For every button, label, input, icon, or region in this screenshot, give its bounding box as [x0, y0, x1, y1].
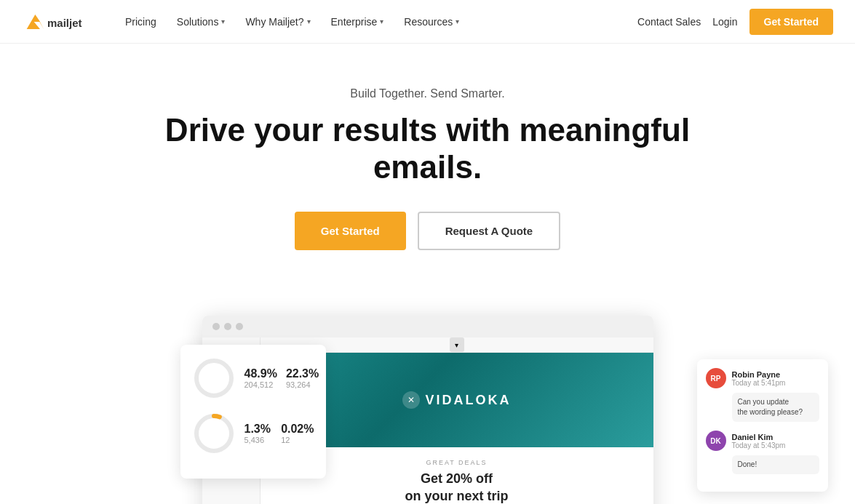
avatar-robin: RP [706, 368, 726, 388]
unsub-rate-count: 5,436 [244, 436, 273, 444]
chat-message-1: RP Robin Payne Today at 5:41pm Can you u… [706, 368, 819, 422]
nav-why-mailjet[interactable]: Why Mailjet? ▾ [236, 10, 319, 33]
nav-resources[interactable]: Resources ▾ [395, 10, 468, 33]
request-quote-button[interactable]: Request A Quote [418, 212, 561, 250]
deals-label: GREAT DEALS [272, 459, 642, 466]
svg-marker-0 [27, 15, 40, 29]
get-started-button[interactable]: Get Started [295, 212, 406, 250]
stat-row-open: 48.9% 204,512 22.3% 93,264 [192, 356, 314, 400]
chat-header-1: RP Robin Payne Today at 5:41pm [706, 368, 819, 388]
nav-enterprise[interactable]: Enterprise ▾ [322, 10, 393, 33]
nav-solutions[interactable]: Solutions ▾ [168, 10, 234, 33]
resources-chevron-icon: ▾ [456, 17, 459, 25]
open-rate-info: 48.9% 204,512 [244, 367, 277, 389]
get-started-nav-button[interactable]: Get Started [749, 9, 833, 35]
svg-text:mailjet: mailjet [47, 16, 82, 28]
chat-header-2: DK Daniel Kim Today at 5:43pm [706, 431, 819, 451]
stat-row-unsub: 1.3% 5,436 0.02% 12 [192, 412, 314, 455]
hero-buttons: Get Started Request A Quote [15, 212, 840, 250]
chat-user2-time: Today at 5:43pm [732, 441, 786, 449]
chat-user1-time: Today at 5:41pm [732, 379, 786, 387]
unsub-rate-percent: 1.3% [244, 423, 273, 436]
chat-user2-name: Daniel Kim [732, 433, 786, 441]
deals-title: Get 20% off on your next trip [272, 471, 642, 504]
window-titlebar [202, 316, 653, 337]
unsub-rate-info: 1.3% 5,436 [244, 423, 273, 444]
solutions-chevron-icon: ▾ [221, 17, 225, 25]
chat-bubble-2: Done! [732, 455, 819, 474]
svg-point-5 [196, 416, 231, 451]
window-dot-3 [236, 323, 243, 330]
chat-user1-name: Robin Payne [732, 370, 786, 379]
click-rate-info: 22.3% 93,264 [286, 367, 319, 389]
vidaloka-brand-name: VIDALOKA [426, 393, 512, 408]
chat-user2-info: Daniel Kim Today at 5:43pm [732, 433, 786, 449]
contact-sales-link[interactable]: Contact Sales [637, 16, 701, 28]
avatar-daniel: DK [706, 431, 726, 451]
nav-pricing[interactable]: Pricing [116, 10, 165, 33]
nav-right: Contact Sales Login Get Started [637, 9, 833, 35]
navbar: mailjet Pricing Solutions ▾ Why Mailjet?… [0, 0, 855, 44]
chat-widget: RP Robin Payne Today at 5:41pm Can you u… [697, 359, 828, 492]
bounce-rate-info: 0.02% 12 [281, 423, 314, 444]
vidaloka-icon: ✕ [402, 391, 420, 409]
hero-title: Drive your results with meaningful email… [155, 112, 701, 185]
open-rate-count: 204,512 [244, 380, 277, 389]
window-dot-1 [212, 323, 220, 330]
enterprise-chevron-icon: ▾ [380, 17, 383, 25]
vidaloka-logo: ✕ VIDALOKA [402, 391, 512, 409]
svg-point-3 [196, 361, 231, 396]
click-rate-percent: 22.3% [286, 367, 319, 380]
chat-bubble-1: Can you update the wording please? [732, 393, 819, 422]
hero-tagline: Build Together. Send Smarter. [15, 87, 840, 100]
bounce-rate-count: 12 [281, 436, 314, 444]
logo[interactable]: mailjet [22, 9, 95, 35]
nav-links: Pricing Solutions ▾ Why Mailjet? ▾ Enter… [116, 10, 637, 33]
chat-message-2: DK Daniel Kim Today at 5:43pm Done! [706, 431, 819, 474]
canvas-tool-icon[interactable]: ▾ [450, 337, 464, 352]
open-rate-chart [192, 356, 236, 400]
click-rate-count: 93,264 [286, 380, 319, 389]
bounce-rate-percent: 0.02% [281, 423, 314, 436]
unsub-rate-chart [192, 412, 236, 455]
why-mailjet-chevron-icon: ▾ [307, 17, 311, 25]
open-rate-percent: 48.9% [244, 367, 277, 380]
chat-user1-info: Robin Payne Today at 5:41pm [732, 370, 786, 387]
preview-area: ▾ □ ⊞ ⊟ ⊠ A 🖼 ⊡ ⬜ </> [0, 316, 855, 504]
window-dot-2 [224, 323, 231, 330]
stats-widget: 48.9% 204,512 22.3% 93,264 1.3% 5,436 0.… [180, 345, 326, 479]
hero-section: Build Together. Send Smarter. Drive your… [0, 44, 855, 316]
login-link[interactable]: Login [712, 16, 737, 28]
